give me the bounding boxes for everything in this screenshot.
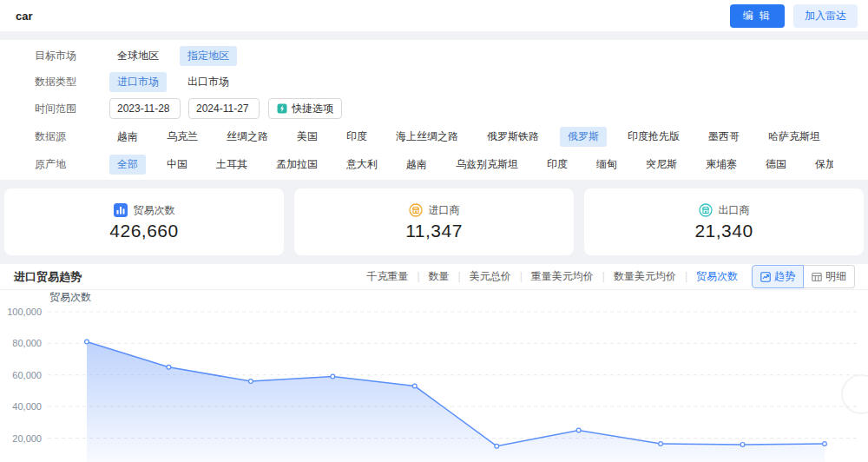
data-point[interactable] [167,365,171,369]
divider-strip [0,180,868,188]
filter-label: 原产地 [35,157,87,172]
filter-option[interactable]: 美国 [289,127,326,147]
filter-option[interactable]: 印度抢先版 [620,127,687,147]
filter-option[interactable]: 全部 [109,155,146,175]
filter-option[interactable]: 越南 [109,127,146,147]
metric-separator: | [685,270,687,282]
filter-option[interactable]: 墨西哥 [700,127,747,147]
target-market-options: 全球地区指定地区 [109,46,833,66]
filter-option[interactable]: 意大利 [339,155,385,175]
y-tick-label: 20,000 [12,433,42,444]
filter-option[interactable]: 土耳其 [208,155,255,175]
filter-option[interactable]: 出口市场 [180,72,237,92]
stat-card-trades: 贸易次数 426,660 [4,188,284,255]
trend-chart: 贸易次数020,00040,00060,00080,000100,0002023… [0,290,868,462]
filter-label: 时间范围 [35,102,87,116]
data-source-options: 越南乌克兰丝绸之路美国印度海上丝绸之路俄罗斯铁路俄罗斯印度抢先版墨西哥哈萨克斯坦… [109,127,833,147]
stat-card-importers: 进口商 11,347 [294,188,574,255]
quick-options-label: 快捷选项 [292,102,333,116]
filter-option[interactable]: 进口市场 [109,72,167,92]
top-bar: car 编 辑 加入雷达 [0,0,868,31]
stat-value: 426,660 [109,221,178,241]
filter-option[interactable]: 海上丝绸之路 [388,127,466,147]
filter-label: 数据源 [35,129,87,144]
end-date-value: 2024-11-27 [196,102,249,115]
calendar-icon [174,103,175,114]
metric-toggle-list: 千克重量|数量|美元总价|重量美元均价|数量美元均价|贸易次数 [365,269,740,284]
filter-option[interactable]: 柬埔寨 [698,155,745,175]
stat-value: 21,340 [694,221,753,241]
data-point[interactable] [331,374,335,379]
detail-button-label: 明细 [825,269,846,284]
filter-option[interactable]: 中国 [159,155,195,175]
stat-value: 11,347 [405,221,463,241]
trend-chart-canvas[interactable]: 贸易次数020,00040,00060,00080,000100,0002023… [0,290,868,462]
filter-option[interactable]: 越南 [398,155,435,175]
data-point[interactable] [740,442,745,446]
y-tick-label: 80,000 [12,338,42,348]
filter-option[interactable]: 印度 [339,127,375,147]
data-point[interactable] [248,380,253,384]
filter-option[interactable]: 俄罗斯 [560,127,607,147]
filter-option[interactable]: 保加利亚 [807,155,833,175]
metric-option[interactable]: 千克重量 [365,270,410,282]
stat-cards: 贸易次数 426,660 进口商 11,347 出口商 21,340 [0,188,868,255]
filter-option[interactable]: 突尼斯 [638,155,685,175]
filter-option[interactable]: 全球地区 [109,46,167,66]
filter-option[interactable]: 丝绸之路 [219,127,276,147]
y-tick-label: 100,000 [7,307,42,317]
metric-separator: | [417,270,419,282]
data-point[interactable] [659,442,663,446]
importer-icon [409,203,423,217]
divider-strip [0,31,868,40]
data-point[interactable] [412,384,417,388]
chart-title: 进口贸易趋势 [14,269,82,285]
quick-options-button[interactable]: 快捷选项 [268,98,342,119]
page-title: car [16,10,33,23]
filter-option[interactable]: 俄罗斯铁路 [479,127,547,147]
data-point[interactable] [823,442,827,446]
filter-option[interactable]: 哈萨克斯坦 [760,127,828,147]
data-point[interactable] [495,444,499,448]
start-date-input[interactable]: 2023-11-28 [109,98,181,119]
origin-options: 全部中国土耳其孟加拉国意大利越南乌兹别克斯坦印度缅甸突尼斯柬埔寨德国保加利亚葡萄… [109,155,833,175]
divider-strip [0,255,868,264]
detail-view-button[interactable]: 明细 [804,265,855,288]
edit-button[interactable]: 编 辑 [730,4,785,28]
metric-option[interactable]: 美元总价 [468,270,513,282]
add-to-radar-button[interactable]: 加入雷达 [793,4,858,28]
metric-option[interactable]: 数量美元均价 [612,270,678,282]
table-icon [812,272,822,282]
filter-option[interactable]: 孟加拉国 [268,155,326,175]
metric-option[interactable]: 数量 [427,270,451,282]
y-tick-label: 40,000 [12,401,42,412]
filter-row-data-source: 数据源 越南乌克兰丝绸之路美国印度海上丝绸之路俄罗斯铁路俄罗斯印度抢先版墨西哥哈… [35,127,833,147]
filter-option[interactable]: 指定地区 [180,46,237,66]
metric-separator: | [602,270,605,282]
filter-option[interactable]: 德国 [758,155,794,175]
filter-option[interactable]: 乌克兰 [159,127,206,147]
top-actions: 编 辑 加入雷达 [730,4,858,28]
filter-row-time-range: 时间范围 2023-11-28 2024-11-27 快捷选项 [35,98,833,119]
calendar-icon [253,103,254,114]
metric-option[interactable]: 重量美元均价 [529,270,595,282]
metric-option[interactable]: 贸易次数 [694,270,740,282]
trend-view-button[interactable]: 趋势 [752,265,804,288]
exporter-icon [699,203,713,217]
y-axis-title: 贸易次数 [49,291,91,303]
filter-panel: 目标市场 全球地区指定地区 数据类型 进口市场出口市场 时间范围 2023-11… [0,40,868,180]
filter-option[interactable]: 乌兹别克斯坦 [448,155,526,175]
trend-icon [760,272,771,282]
end-date-input[interactable]: 2024-11-27 [188,98,260,119]
view-switch: 趋势 明细 [752,265,855,288]
start-date-value: 2023-11-28 [117,102,170,115]
quick-options-icon [277,103,287,114]
bar-chart-icon [114,203,128,217]
stat-label: 出口商 [719,203,750,218]
data-point[interactable] [576,428,581,432]
data-point[interactable] [85,340,89,344]
filter-row-target-market: 目标市场 全球地区指定地区 [35,46,833,66]
y-tick-label: 60,000 [12,370,42,380]
filter-option[interactable]: 印度 [539,155,575,175]
filter-option[interactable]: 缅甸 [589,155,625,175]
